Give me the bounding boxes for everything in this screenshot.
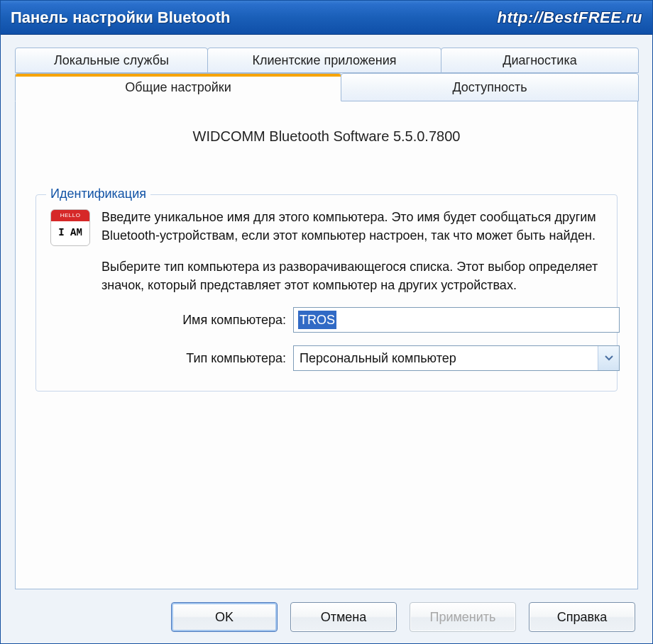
tab-diagnostics[interactable]: Диагностика	[441, 48, 639, 73]
computer-name-value: TROS	[298, 311, 336, 329]
name-tag-iam: I AM	[51, 223, 89, 244]
software-title: WIDCOMM Bluetooth Software 5.5.0.7800	[33, 128, 620, 145]
computer-type-value: Персональный компьютер	[294, 346, 598, 370]
tab-label: Клиентские приложения	[252, 53, 396, 68]
tab-label: Диагностика	[503, 53, 576, 68]
group-legend: Идентификация	[46, 187, 150, 201]
tab-client-apps[interactable]: Клиентские приложения	[207, 48, 441, 73]
apply-button[interactable]: Применить	[410, 602, 516, 632]
tab-row-1: Локальные службы Клиентские приложения Д…	[15, 48, 638, 73]
computer-name-label: Имя компьютера:	[101, 311, 293, 329]
computer-name-row: Имя компьютера: TROS	[101, 307, 620, 333]
tab-general-settings[interactable]: Общие настройки	[15, 73, 341, 101]
group-body: HELLO I AM Введите уникальное имя для эт…	[50, 208, 603, 371]
cancel-button[interactable]: Отмена	[290, 602, 397, 632]
name-tag-hello: HELLO	[51, 210, 89, 221]
computer-type-label: Тип компьютера:	[101, 349, 293, 367]
active-tab-indicator	[16, 74, 341, 77]
window-title: Панель настройки Bluetooth	[11, 9, 230, 27]
titlebar: Панель настройки Bluetooth http://BestFR…	[1, 1, 652, 35]
tab-availability[interactable]: Доступность	[341, 73, 639, 101]
combo-dropdown-button[interactable]	[598, 346, 619, 370]
button-label: OK	[215, 610, 234, 625]
name-tag-icon: HELLO I AM	[50, 209, 90, 246]
identification-group: Идентификация HELLO I AM Введите уникаль…	[35, 194, 618, 392]
settings-window: Панель настройки Bluetooth http://BestFR…	[0, 0, 653, 644]
computer-name-field[interactable]: TROS	[293, 307, 620, 333]
button-bar: OK Отмена Применить Справка	[15, 602, 638, 632]
tab-panel-general: WIDCOMM Bluetooth Software 5.5.0.7800 Ид…	[15, 101, 638, 589]
help-button[interactable]: Справка	[529, 602, 635, 632]
tab-label: Доступность	[452, 80, 527, 95]
tab-strip: Локальные службы Клиентские приложения Д…	[15, 48, 638, 101]
tab-label: Локальные службы	[54, 53, 169, 68]
computer-type-combo[interactable]: Персональный компьютер	[293, 345, 620, 371]
chevron-down-icon	[605, 355, 613, 361]
description-paragraph-2: Выберите тип компьютера из разворачивающ…	[101, 257, 620, 294]
watermark-text: http://BestFREE.ru	[497, 9, 642, 27]
tab-local-services[interactable]: Локальные службы	[15, 48, 208, 73]
button-label: Справка	[557, 610, 608, 625]
group-text: Введите уникальное имя для этого компьют…	[101, 208, 620, 371]
computer-type-row: Тип компьютера: Персональный компьютер	[101, 345, 620, 371]
button-label: Применить	[429, 610, 495, 625]
tab-label: Общие настройки	[125, 80, 231, 95]
button-label: Отмена	[321, 610, 367, 625]
description-paragraph-1: Введите уникальное имя для этого компьют…	[101, 208, 620, 245]
tab-row-2: Общие настройки Доступность	[15, 73, 638, 101]
ok-button[interactable]: OK	[171, 602, 278, 632]
client-area: Локальные службы Клиентские приложения Д…	[1, 35, 652, 643]
